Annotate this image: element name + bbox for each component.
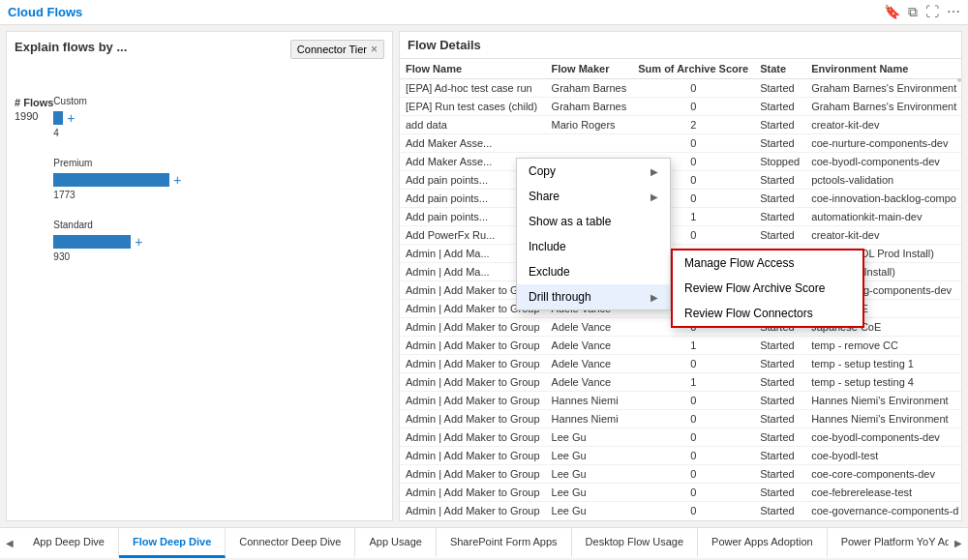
col-archive-score[interactable]: Sum of Archive Score (632, 59, 754, 79)
bottom-tabs: ◀ App Deep DiveFlow Deep DiveConnector D… (0, 527, 968, 558)
cell-env-name: coe-byodl-components-dev (805, 428, 961, 447)
bar-count-custom: 4 (53, 128, 384, 138)
table-row: Admin | Add Maker to Group Lee Gu 0 Star… (400, 484, 961, 502)
bookmark-icon[interactable]: 🔖 (884, 4, 900, 20)
submenu-review-archive-score[interactable]: Review Flow Archive Score (673, 276, 862, 301)
tab-app-deep-dive[interactable]: App Deep Dive (19, 528, 119, 558)
cell-state: Started (754, 226, 805, 245)
cell-flow-name: Admin | Add Maker to Group (400, 447, 546, 465)
share-arrow: ▶ (650, 192, 658, 202)
bar-label-custom: Custom (53, 96, 384, 106)
bar-plus-premium[interactable]: + (173, 172, 181, 188)
cell-env-name: coe-core-components-dev (805, 465, 961, 484)
bar-count-premium: 1773 (53, 190, 384, 200)
more-icon[interactable]: ⋯ (947, 4, 960, 20)
filter-chip-close[interactable]: × (371, 43, 378, 56)
flows-label: # Flows (15, 97, 53, 108)
cell-archive-score: 0 (632, 355, 754, 373)
chart-bars: Custom + 4 Premium + 1773 (53, 96, 384, 262)
cell-archive-score: 0 (632, 428, 754, 447)
cell-state: Started (754, 190, 805, 208)
tab-scroll-right[interactable]: ▶ (949, 528, 968, 558)
cell-flow-name: Admin | Add Maker to Group (400, 373, 546, 392)
cell-archive-score: 0 (632, 502, 754, 517)
cell-state: Started (754, 428, 805, 447)
flows-count: 1990 (15, 110, 38, 122)
bar-plus-custom[interactable]: + (67, 110, 75, 126)
tab-scroll-left[interactable]: ◀ (0, 528, 19, 558)
cell-env-name: temp - remove CC (805, 337, 961, 355)
drill-through-submenu: Manage Flow Access Review Flow Archive S… (671, 249, 864, 328)
cell-flow-name: [EPA] Ad-hoc test case run (400, 79, 546, 98)
tab-flow-deep-dive[interactable]: Flow Deep Dive (119, 528, 226, 558)
cell-env-name: coe-febrerelease-test (805, 484, 961, 502)
menu-share[interactable]: Share ▶ (517, 184, 670, 209)
bar-plus-standard[interactable]: + (135, 234, 142, 250)
tab-power-apps-adoption[interactable]: Power Apps Adoption (698, 528, 828, 558)
tab-sharepoint-form-apps[interactable]: SharePoint Form Apps (437, 528, 572, 558)
copy-icon[interactable]: ⧉ (908, 4, 918, 20)
bar-custom (53, 111, 63, 125)
cell-flow-maker: Adele Vance (546, 337, 633, 355)
menu-include[interactable]: Include (517, 234, 670, 259)
cell-state: Started (754, 171, 805, 190)
menu-drill-through[interactable]: Drill through ▶ (517, 284, 670, 309)
filter-chip[interactable]: Connector Tier × (290, 40, 384, 59)
tab-app-usage[interactable]: App Usage (355, 528, 436, 558)
col-flow-name[interactable]: Flow Name (400, 59, 546, 79)
cell-env-name: creator-kit-dev (805, 116, 961, 134)
cell-env-name: coe-byodl-test (805, 447, 961, 465)
tabs-container: App Deep DiveFlow Deep DiveConnector Dee… (19, 528, 949, 558)
cell-env-name: coe-innovation-backlog-compo (805, 190, 961, 208)
title-bar: Cloud Flows 🔖 ⧉ ⛶ ⋯ (0, 0, 968, 25)
cell-archive-score: 1 (632, 337, 754, 355)
cell-state: Started (754, 410, 805, 428)
cell-flow-maker: Adele Vance (546, 373, 633, 392)
table-row: Admin | Add Maker to Group Adele Vance 0… (400, 355, 961, 373)
cell-archive-score: 2 (632, 116, 754, 134)
left-panel-title: Explain flows by ... (15, 40, 127, 54)
cell-env-name: coe-byodl-components-dev (805, 153, 961, 171)
col-flow-maker[interactable]: Flow Maker (546, 59, 633, 79)
menu-exclude[interactable]: Exclude (517, 259, 670, 284)
menu-show-table[interactable]: Show as a table (517, 209, 670, 234)
table-row: Add Maker Asse... 0 Stopped coe-byodl-co… (400, 153, 961, 171)
cell-flow-name: Admin | Add Maker to Group (400, 484, 546, 502)
cell-flow-maker: Graham Barnes (546, 79, 633, 98)
table-row: [EPA] Ad-hoc test case run Graham Barnes… (400, 79, 961, 98)
flow-details-title: Flow Details (400, 32, 961, 59)
tab-desktop-flow-usage[interactable]: Desktop Flow Usage (572, 528, 699, 558)
submenu-review-connectors[interactable]: Review Flow Connectors (673, 301, 862, 326)
filter-chip-label: Connector Tier (297, 44, 367, 55)
bar-label-standard: Standard (53, 220, 384, 230)
cell-env-name: coe-nurture-components-dev (805, 134, 961, 153)
tab-power-platform-yoy-adop[interactable]: Power Platform YoY Adop... (828, 528, 949, 558)
table-row: Add pain points... ...rator 0 Started pc… (400, 171, 961, 190)
table-row: Admin | Add Maker to Group Lee Gu 0 Star… (400, 502, 961, 517)
expand-icon[interactable]: ⛶ (925, 4, 939, 20)
cell-flow-maker: Hannes Niemi (546, 410, 633, 428)
col-env-name[interactable]: Environment Name (805, 59, 961, 79)
cell-state: Started (754, 116, 805, 134)
chart-area: # Flows 1990 Custom + 4 Premium (15, 96, 384, 262)
copy-arrow: ▶ (650, 166, 658, 177)
cell-state: Started (754, 355, 805, 373)
cell-env-name: automationkit-main-dev (805, 208, 961, 226)
tab-connector-deep-dive[interactable]: Connector Deep Dive (226, 528, 355, 558)
table-row: Admin | Add Maker to Group Lee Gu 0 Star… (400, 447, 961, 465)
table-row: Admin | Add Maker to Group Adele Vance 1… (400, 373, 961, 392)
cell-state: Started (754, 79, 805, 98)
bar-group-standard: Standard + 930 (53, 220, 384, 262)
col-state[interactable]: State (754, 59, 805, 79)
menu-copy[interactable]: Copy ▶ (517, 159, 670, 184)
cell-flow-maker: Adele Vance (546, 318, 633, 337)
cell-flow-maker: Lee Gu (546, 447, 633, 465)
cell-env-name: temp - setup testing 1 (805, 355, 961, 373)
cell-env-name: creator-kit-dev (805, 226, 961, 245)
cell-flow-name: Add Maker Asse... (400, 134, 546, 153)
submenu-manage-flow-access[interactable]: Manage Flow Access (673, 251, 862, 276)
cell-state: Started (754, 465, 805, 484)
cell-flow-name: Admin | Add Maker to Group (400, 428, 546, 447)
app-title: Cloud Flows (8, 5, 82, 19)
cell-env-name: pctools-validation (805, 171, 961, 190)
